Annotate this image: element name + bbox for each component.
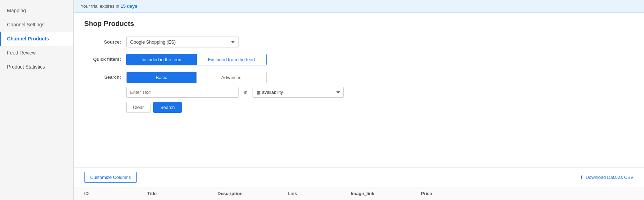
table-header: ID Title Description Link Image_link Pri…	[74, 187, 644, 200]
search-row: Search: Basic Advanced in ▦ availability…	[84, 72, 633, 113]
filter-excluded-button[interactable]: Excluded from the feed	[197, 54, 267, 65]
in-label: in	[242, 90, 249, 95]
download-csv-link[interactable]: ⬇ Download Data as CSV	[580, 175, 633, 180]
source-control: Google Shopping (ES) Google Shopping (US…	[126, 37, 633, 47]
bottom-toolbar: Customize Columns ⬇ Download Data as CSV	[74, 167, 644, 187]
quick-filters-label: Quick filters:	[84, 54, 126, 62]
source-select[interactable]: Google Shopping (ES) Google Shopping (US…	[126, 37, 239, 47]
content-area: Shop Products Source: Google Shopping (E…	[74, 13, 644, 164]
search-field-select[interactable]: ▦ availability title description price l…	[253, 87, 344, 98]
search-basic-button[interactable]: Basic	[127, 72, 197, 83]
search-advanced-button[interactable]: Advanced	[197, 72, 267, 83]
col-price: Price	[421, 191, 463, 196]
sidebar-item-channel-settings[interactable]: Channel Settings	[0, 18, 73, 32]
col-title: Title	[147, 191, 217, 196]
source-label: Source:	[84, 37, 126, 45]
quick-filters-row: Quick filters: Included in the feed Excl…	[84, 54, 633, 65]
col-description: Description	[217, 191, 288, 196]
main-content: Your trial expires in 15 days Shop Produ…	[74, 0, 644, 200]
search-action-buttons: Clear Search	[126, 102, 633, 113]
col-image-link: Image_link	[351, 191, 421, 196]
col-link: Link	[288, 191, 351, 196]
customize-columns-button[interactable]: Customize Columns	[84, 172, 137, 183]
download-label: Download Data as CSV	[585, 175, 633, 180]
filter-included-button[interactable]: Included in the feed	[127, 54, 197, 65]
search-text-input[interactable]	[126, 87, 239, 98]
download-icon: ⬇	[580, 175, 584, 180]
source-row: Source: Google Shopping (ES) Google Shop…	[84, 37, 633, 47]
trial-banner: Your trial expires in 15 days	[74, 0, 644, 13]
quick-filters-control: Included in the feed Excluded from the f…	[126, 54, 633, 65]
sidebar-item-channel-products[interactable]: Channel Products	[0, 32, 73, 46]
page-title: Shop Products	[84, 20, 633, 28]
sidebar-item-feed-review[interactable]: Feed Review	[0, 46, 73, 60]
clear-button[interactable]: Clear	[126, 102, 150, 113]
search-mode-toggle: Basic Advanced	[126, 72, 267, 83]
search-button[interactable]: Search	[153, 102, 182, 113]
search-input-row: in ▦ availability title description pric…	[126, 87, 633, 98]
sidebar-item-mapping[interactable]: Mapping	[0, 4, 73, 18]
search-label: Search:	[84, 72, 126, 80]
trial-days: 15 days	[121, 4, 137, 9]
quick-filters-toggle: Included in the feed Excluded from the f…	[126, 54, 267, 65]
sidebar: Mapping Channel Settings Channel Product…	[0, 0, 74, 200]
sidebar-item-product-statistics[interactable]: Product Statistics	[0, 60, 73, 74]
search-control: Basic Advanced in ▦ availability title d…	[126, 72, 633, 113]
col-id: ID	[84, 191, 147, 196]
